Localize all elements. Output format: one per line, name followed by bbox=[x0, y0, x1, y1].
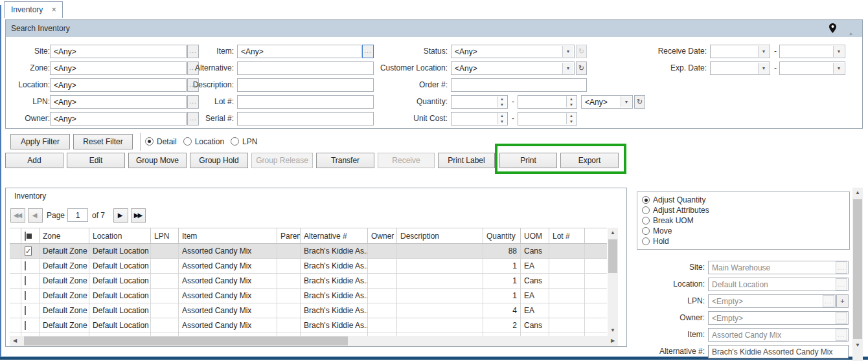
add-button[interactable]: Add bbox=[5, 153, 63, 168]
grid-scroll-left-icon[interactable]: ◀ bbox=[10, 336, 20, 346]
grid-hscroll-thumb[interactable] bbox=[24, 336, 348, 345]
receive-date-from-select[interactable]: ▾ bbox=[710, 45, 770, 58]
quantity-uom-refresh-button[interactable]: ↻ bbox=[634, 95, 645, 109]
search-panel-header[interactable]: Search Inventory ▲ bbox=[6, 20, 862, 37]
item-input[interactable]: <Any> bbox=[237, 45, 361, 58]
tab-close-icon[interactable]: × bbox=[52, 5, 56, 14]
side-scroll-thumb[interactable] bbox=[853, 199, 862, 339]
grid-header-location[interactable]: Location bbox=[89, 228, 151, 244]
quantity-from-spin-icons[interactable]: ▲▼ bbox=[497, 96, 507, 107]
page-last-button[interactable]: ▶▶ bbox=[131, 208, 146, 223]
grid-header-owner[interactable]: Owner bbox=[368, 228, 397, 244]
table-row[interactable]: ✓ Default Zone Default Location Assorted… bbox=[10, 244, 608, 259]
row-checkbox[interactable] bbox=[25, 276, 26, 285]
grid-header-uom[interactable]: UOM bbox=[521, 228, 549, 244]
table-row[interactable]: Default Zone Default Location Assorted C… bbox=[10, 303, 608, 318]
grid-vertical-scrollbar[interactable]: ▲ ▼ bbox=[608, 228, 618, 336]
select-all-checkbox[interactable] bbox=[25, 232, 26, 241]
exp-date-label: Exp. Date: bbox=[622, 61, 707, 75]
customer-location-dropdown-icon[interactable]: ▾ bbox=[562, 63, 573, 74]
grid-header-description[interactable]: Description bbox=[397, 228, 483, 244]
mode-adjust-quantity-radio[interactable] bbox=[642, 196, 650, 204]
grid-header-parent[interactable]: Paren... bbox=[277, 228, 301, 244]
group-hold-button[interactable]: Group Hold bbox=[190, 153, 248, 168]
exp-date-to-dropdown-icon[interactable]: ▾ bbox=[833, 63, 844, 74]
mode-move-radio[interactable] bbox=[642, 227, 650, 235]
table-row[interactable]: Default Zone Default Location Assorted C… bbox=[10, 318, 608, 333]
window-left-accent bbox=[0, 5, 1, 356]
unit-cost-from-stepper[interactable]: ▲▼ bbox=[451, 112, 508, 126]
exp-date-from-select[interactable]: ▾ bbox=[710, 61, 770, 75]
print-label-button[interactable]: Print Label bbox=[438, 153, 495, 168]
side-scroll-down-icon[interactable]: ▼ bbox=[852, 340, 863, 351]
quantity-from-stepper[interactable]: ▲▼ bbox=[451, 95, 508, 109]
grid-header-lot[interactable]: Lot # bbox=[549, 228, 585, 244]
radio-location[interactable] bbox=[183, 137, 192, 146]
row-checkbox[interactable]: ✓ bbox=[25, 246, 32, 256]
quantity-uom-select[interactable]: <Any> ▾ bbox=[581, 95, 633, 109]
mode-adjust-attributes[interactable]: Adjust Attributes bbox=[642, 206, 849, 215]
row-checkbox[interactable] bbox=[25, 261, 26, 270]
radio-lpn[interactable] bbox=[231, 137, 239, 146]
grid-scroll-up-icon[interactable]: ▲ bbox=[608, 228, 618, 238]
status-dropdown-icon[interactable]: ▾ bbox=[562, 46, 573, 57]
tab-inventory[interactable]: Inventory × bbox=[4, 1, 63, 18]
print-button[interactable]: Print bbox=[499, 153, 557, 168]
mode-break-uom[interactable]: Break UOM bbox=[642, 216, 849, 226]
grid-header-quantity[interactable]: Quantity bbox=[483, 228, 521, 244]
grid-scroll-right-icon[interactable]: ▶ bbox=[608, 336, 618, 346]
mode-adjust-quantity[interactable]: Adjust Quantity bbox=[642, 195, 849, 205]
quantity-to-spin-icons[interactable]: ▲▼ bbox=[566, 96, 576, 107]
group-move-button[interactable]: Group Move bbox=[128, 153, 187, 168]
side-scroll-up-icon[interactable]: ▲ bbox=[852, 188, 863, 198]
grid-header-indicator bbox=[10, 228, 21, 244]
side-lpn-add-button[interactable]: + bbox=[836, 294, 849, 308]
receive-date-from-dropdown-icon[interactable]: ▾ bbox=[758, 46, 769, 57]
row-checkbox[interactable] bbox=[25, 306, 26, 315]
row-checkbox[interactable] bbox=[25, 291, 26, 300]
grid-vscroll-thumb[interactable] bbox=[608, 239, 617, 273]
unit-cost-to-stepper[interactable]: ▲▼ bbox=[518, 112, 577, 126]
grid-header-alternative[interactable]: Alternative # bbox=[301, 228, 368, 244]
order-input[interactable] bbox=[451, 78, 587, 92]
mode-hold[interactable]: Hold bbox=[642, 237, 849, 246]
customer-location-refresh-button[interactable]: ↻ bbox=[576, 61, 587, 75]
side-item-label: Item: bbox=[621, 328, 705, 342]
table-row[interactable]: Default Zone Default Location Assorted C… bbox=[10, 259, 608, 274]
quantity-to-stepper[interactable]: ▲▼ bbox=[518, 95, 577, 109]
page-next-button[interactable]: ▶ bbox=[113, 208, 128, 223]
page-input[interactable]: 1 bbox=[67, 208, 88, 222]
edit-button[interactable]: Edit bbox=[67, 153, 125, 168]
apply-filter-button[interactable]: Apply Filter bbox=[10, 134, 70, 149]
mode-break-uom-radio[interactable] bbox=[642, 217, 650, 224]
grid-horizontal-scrollbar[interactable]: ◀ ▶ bbox=[10, 336, 618, 346]
exp-date-to-select[interactable]: ▾ bbox=[779, 61, 845, 75]
grid-header-item[interactable]: Item bbox=[179, 228, 277, 244]
transfer-button[interactable]: Transfer bbox=[316, 153, 374, 168]
collapse-panel-icon[interactable]: ▲ bbox=[849, 25, 853, 42]
grid-header-lpn[interactable]: LPN bbox=[151, 228, 179, 244]
pin-icon[interactable] bbox=[829, 23, 836, 33]
receive-date-to-select[interactable]: ▾ bbox=[779, 45, 845, 58]
side-panel-scrollbar[interactable]: ▲ ▼ bbox=[852, 188, 863, 361]
table-row[interactable]: Default Zone Default Location Assorted C… bbox=[10, 289, 608, 303]
mode-adjust-attributes-radio[interactable] bbox=[642, 206, 650, 214]
exp-date-from-dropdown-icon[interactable]: ▾ bbox=[758, 63, 769, 74]
grid-header-checkbox-cell[interactable] bbox=[21, 228, 40, 244]
grid-header-zone[interactable]: Zone bbox=[40, 228, 89, 244]
customer-location-select[interactable]: <Any> ▾ bbox=[451, 61, 575, 75]
mode-hold-radio[interactable] bbox=[642, 237, 650, 245]
unit-cost-to-spin-icons[interactable]: ▲▼ bbox=[566, 113, 576, 124]
quantity-uom-dropdown-icon[interactable]: ▾ bbox=[621, 96, 632, 107]
status-select[interactable]: <Any> ▾ bbox=[451, 45, 575, 58]
mode-move[interactable]: Move bbox=[642, 226, 849, 236]
row-checkbox[interactable] bbox=[25, 321, 26, 330]
table-row[interactable]: Default Zone Default Location Assorted C… bbox=[10, 274, 608, 289]
export-button[interactable]: Export bbox=[560, 153, 619, 168]
radio-detail[interactable] bbox=[145, 137, 154, 146]
side-alternative-field[interactable]: Brach's Kiddie Assorted Candy Mix bbox=[708, 345, 849, 358]
reset-filter-button[interactable]: Reset Filter bbox=[73, 134, 133, 149]
grid-scroll-down-icon[interactable]: ▼ bbox=[608, 325, 618, 336]
unit-cost-from-spin-icons[interactable]: ▲▼ bbox=[497, 113, 507, 124]
receive-date-to-dropdown-icon[interactable]: ▾ bbox=[833, 46, 844, 57]
